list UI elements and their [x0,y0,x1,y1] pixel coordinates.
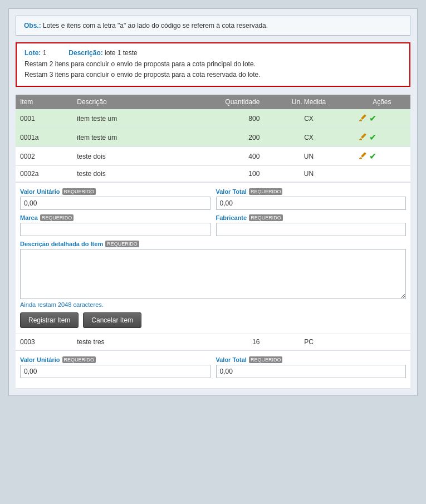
col-descricao: Descrição [72,95,174,109]
form-group-valor-unitario: Valor Unitário REQUERIDO [20,188,210,210]
cell-acoes: ✔ [354,128,410,147]
edit-icon[interactable] [358,151,367,162]
valor-total-input[interactable] [216,197,407,210]
required-badge: REQUERIDO [249,356,283,363]
action-icons: ✔ [358,132,406,143]
cell-acoes: ✔ [354,147,410,166]
col-un-medida: Un. Medida [264,95,353,109]
valor-unitario-label: Valor Unitário REQUERIDO [20,188,210,195]
cell-descricao: item teste um [72,109,174,128]
lote-info: Restam 2 itens para concluir o envio de … [25,59,401,80]
svg-rect-6 [361,152,366,158]
required-badge: REQUERIDO [105,241,139,247]
action-icons: ✔ [358,113,406,124]
check-icon[interactable]: ✔ [369,151,376,162]
cell-item: 0002 [16,147,72,166]
form-section: Valor Unitário REQUERIDO Valor Total REQ… [16,182,410,334]
cell-item: 0003 [16,334,72,350]
svg-marker-7 [360,157,362,158]
table-row: 0003 teste tres 16 PC [16,334,410,350]
fabricante-label: Fabricante REQUERIDO [216,214,407,221]
form-row-valor-0003: Valor Unitário REQUERIDO Valor Total REQ… [20,356,406,378]
form-row-valor: Valor Unitário REQUERIDO Valor Total REQ… [20,188,406,210]
svg-rect-8 [359,158,362,159]
lote-box: Lote: 1 Descrição: lote 1 teste Restam 2… [16,42,410,87]
obs-label: Obs.: [24,22,41,30]
obs-text: Lotes e itens com a letra "a" ao lado do… [41,22,268,30]
col-acoes: Ações [354,95,410,109]
marca-input[interactable] [20,223,210,236]
lote-info-2: Restam 3 itens para concluir o envio de … [25,70,401,80]
cancelar-item-button[interactable]: Cancelar Item [83,312,141,328]
marca-label: Marca REQUERIDO [20,214,210,221]
lote-info-1: Restam 2 itens para concluir o envio de … [25,59,401,70]
form-group-fabricante: Fabricante REQUERIDO [216,214,407,236]
cell-descricao: teste dois [72,147,174,166]
form-section-row: Valor Unitário REQUERIDO Valor Total REQ… [16,182,410,334]
form-group-descricao: Descrição detalhada do Item REQUERIDO [20,241,406,299]
cell-un-medida: UN [264,147,353,166]
lote-label-lote: Lote: 1 [25,49,46,57]
lote-header: Lote: 1 Descrição: lote 1 teste [25,49,401,57]
svg-rect-2 [359,120,362,121]
table-container: Item Descrição Quantidade Un. Medida Açõ… [16,95,410,389]
required-badge: REQUERIDO [249,188,283,195]
valor-unitario-input-0003[interactable] [20,365,210,378]
cell-item: 0001a [16,128,72,147]
col-item: Item [16,95,72,109]
cell-descricao: item teste um [72,128,174,147]
form-group-marca: Marca REQUERIDO [20,214,210,236]
cell-un-medida: CX [264,109,353,128]
valor-total-label-0003: Valor Total REQUERIDO [216,356,407,363]
svg-rect-5 [359,139,362,140]
table-row: 0002a teste dois 100 UN [16,166,410,182]
cell-quantidade: 100 [174,166,265,182]
cell-quantidade: 16 [174,334,265,350]
cell-un-medida: CX [264,128,353,147]
cell-quantidade: 800 [174,109,265,128]
lote-label-descricao: Descrição: lote 1 teste [68,49,137,57]
check-icon[interactable]: ✔ [369,132,376,143]
cell-acoes [354,166,410,182]
form-row-marca: Marca REQUERIDO Fabricante REQUERIDO [20,214,406,236]
valor-unitario-label-0003: Valor Unitário REQUERIDO [20,356,210,363]
table-row: 0002 teste dois 400 UN [16,147,410,166]
valor-total-input-0003[interactable] [216,365,407,378]
cell-descricao: teste tres [72,334,174,350]
cell-acoes [354,334,410,350]
cell-item: 0001 [16,109,72,128]
valor-unitario-input[interactable] [20,197,210,210]
svg-rect-3 [361,133,366,139]
button-row: Registrar Item Cancelar Item [20,312,406,328]
form-group-valor-unitario-0003: Valor Unitário REQUERIDO [20,356,210,378]
required-badge: REQUERIDO [62,188,96,195]
valor-total-label: Valor Total REQUERIDO [216,188,407,195]
cell-quantidade: 200 [174,128,265,147]
page-wrapper: Obs.: Lotes e itens com a letra "a" ao l… [8,8,418,396]
items-table: Item Descrição Quantidade Un. Medida Açõ… [16,95,410,389]
cell-acoes: ✔ [354,109,410,128]
form-section-row-0003: Valor Unitário REQUERIDO Valor Total REQ… [16,350,410,389]
edit-icon[interactable] [358,113,367,124]
cell-quantidade: 400 [174,147,265,166]
descricao-textarea[interactable] [20,249,406,299]
form-group-valor-total: Valor Total REQUERIDO [216,188,407,210]
cell-un-medida: UN [264,166,353,182]
table-row: 0001a item teste um 200 CX [16,128,410,147]
check-icon[interactable]: ✔ [369,113,376,124]
cell-un-medida: PC [264,334,353,350]
required-badge: REQUERIDO [40,214,74,221]
action-icons: ✔ [358,151,406,162]
svg-marker-1 [360,119,362,120]
form-section-0003: Valor Unitário REQUERIDO Valor Total REQ… [16,350,410,388]
obs-box: Obs.: Lotes e itens com a letra "a" ao l… [16,16,410,36]
descricao-label: Descrição detalhada do Item REQUERIDO [20,241,406,247]
svg-marker-4 [360,138,362,139]
cell-descricao: teste dois [72,166,174,182]
fabricante-input[interactable] [216,223,407,236]
svg-rect-0 [361,114,366,120]
col-quantidade: Quantidade [174,95,265,109]
edit-icon[interactable] [358,132,367,143]
cell-item: 0002a [16,166,72,182]
registrar-item-button[interactable]: Registrar Item [20,312,79,328]
